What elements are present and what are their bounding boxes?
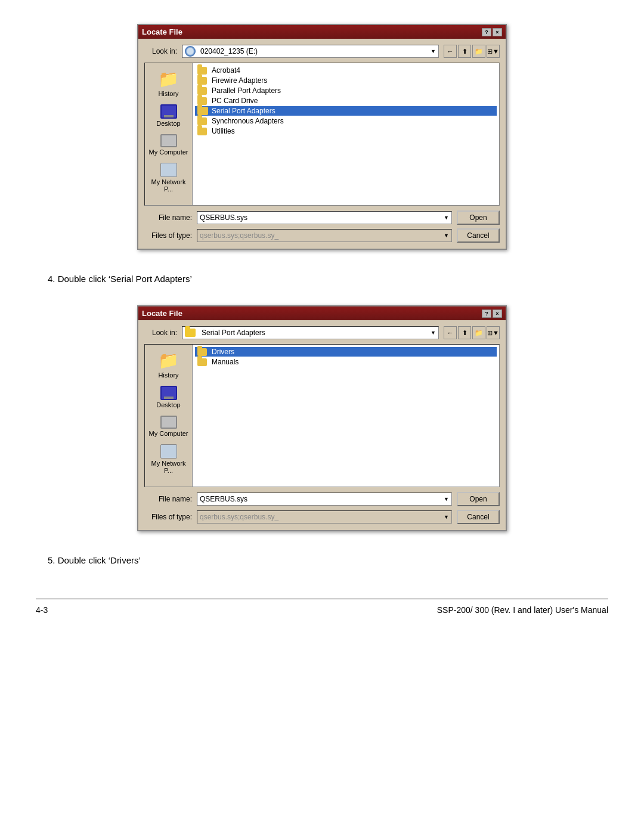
look-in-dropdown-arrow2: ▼ xyxy=(431,330,436,336)
step4-text: 4. Double click ‘Serial Port Adapters’ xyxy=(36,274,192,284)
sidebar2-my-computer[interactable]: My Computer xyxy=(147,414,190,438)
dialog2-filename-value: QSERBUS.sys xyxy=(200,495,247,503)
dialog1-filetype-input[interactable]: qserbus.sys;qserbus.sy_ ▼ xyxy=(197,229,452,242)
dialog2-main-area: 📁 History Desktop My Computer My Network… xyxy=(144,344,500,487)
look-in-dropdown-arrow: ▼ xyxy=(431,48,436,54)
folder-icon-synchronous xyxy=(197,117,207,125)
computer-icon2 xyxy=(160,416,177,429)
folder-icon-acrobat4 xyxy=(197,67,207,75)
dialog1-filename-row: File name: QSERBUS.sys ▼ Open xyxy=(144,210,500,225)
sidebar-history[interactable]: 📁 History xyxy=(147,68,190,98)
folder-icon-parallel xyxy=(197,87,207,95)
file-item-pccard[interactable]: PC Card Drive xyxy=(195,96,497,106)
history-icon: 📁 xyxy=(158,69,179,89)
dialog1-look-in-value: 020402_1235 (E:) xyxy=(200,47,258,55)
dialog2-filetype-row: Files of type: qserbus.sys;qserbus.sy_ ▼… xyxy=(144,510,500,524)
dialog2-cancel-button[interactable]: Cancel xyxy=(457,510,500,524)
dialog1-close-button[interactable]: × xyxy=(493,28,502,36)
file-item-pccard-label: PC Card Drive xyxy=(212,97,258,105)
file-item-manuals-label: Manuals xyxy=(212,358,239,366)
folder-icon-drivers xyxy=(197,348,207,356)
dialog2-titlebar: Locate File ? × xyxy=(138,306,506,320)
dialog1-body: Look in: 020402_1235 (E:) ▼ ← ⬆ 📁 ⊞▼ xyxy=(138,39,506,249)
dialog1-title: Locate File xyxy=(142,27,182,36)
dialog1-cancel-button[interactable]: Cancel xyxy=(457,228,500,243)
dialog1-filename-input[interactable]: QSERBUS.sys ▼ xyxy=(197,211,452,224)
file-item-parallel-label: Parallel Port Adapters xyxy=(212,86,281,95)
filename2-dropdown-arrow: ▼ xyxy=(444,496,449,502)
dialog2-titlebar-buttons: ? × xyxy=(482,309,502,318)
file-item-utilities[interactable]: Utilities xyxy=(195,126,497,136)
back-button2[interactable]: ← xyxy=(444,326,457,339)
computer-icon xyxy=(160,134,177,147)
dialog2-toolbar: ← ⬆ 📁 ⊞▼ xyxy=(444,326,500,339)
file-item-parallel[interactable]: Parallel Port Adapters xyxy=(195,86,497,95)
dialog1-filetype-label: Files of type: xyxy=(144,231,192,240)
sidebar2-network-label: My Network P... xyxy=(148,460,189,474)
sidebar-computer-label: My Computer xyxy=(148,148,188,156)
dialog2-look-in-select[interactable]: Serial Port Adapters ▼ xyxy=(182,326,439,339)
page-footer: 4-3 SSP-200/ 300 (Rev. I and later) User… xyxy=(36,599,608,615)
dialog2-sidebar: 📁 History Desktop My Computer My Network… xyxy=(145,345,193,487)
folder-icon-serial xyxy=(197,107,208,115)
dialog2-look-in-row: Look in: Serial Port Adapters ▼ ← ⬆ 📁 ⊞▼ xyxy=(144,326,500,339)
sidebar2-computer-label: My Computer xyxy=(148,430,188,437)
file-item-serial-label: Serial Port Adapters xyxy=(212,107,275,115)
desktop-icon2 xyxy=(160,386,177,400)
file-item-synchronous[interactable]: Synchronous Adapters xyxy=(195,116,497,126)
file-item-manuals[interactable]: Manuals xyxy=(195,357,497,367)
sidebar-network[interactable]: My Network P... xyxy=(147,162,190,194)
dialog2-close-button[interactable]: × xyxy=(493,309,502,318)
disk-drive-icon xyxy=(185,46,196,57)
file-item-acrobat4[interactable]: Acrobat4 xyxy=(195,66,497,75)
up-folder-button[interactable]: ⬆ xyxy=(458,45,471,58)
folder-icon-pccard xyxy=(197,97,207,105)
dialog1-look-in-select[interactable]: 020402_1235 (E:) ▼ xyxy=(182,45,439,58)
dialog1-sidebar: 📁 History Desktop My Computer My Network… xyxy=(145,63,193,205)
dialog1-filetype-row: Files of type: qserbus.sys;qserbus.sy_ ▼… xyxy=(144,228,500,243)
dialog1-main-area: 📁 History Desktop My Computer My Network… xyxy=(144,63,500,206)
sidebar2-desktop-label: Desktop xyxy=(156,401,180,408)
step5-text: 5. Double click ‘Drivers’ xyxy=(36,555,141,565)
new-folder-button2[interactable]: 📁 xyxy=(472,326,485,339)
sidebar2-desktop[interactable]: Desktop xyxy=(147,385,190,410)
history-icon2: 📁 xyxy=(158,351,179,370)
dialog2-filetype-label: Files of type: xyxy=(144,513,192,521)
dialog2-filename-input[interactable]: QSERBUS.sys ▼ xyxy=(197,493,452,506)
sidebar2-network[interactable]: My Network P... xyxy=(147,443,190,475)
file-item-utilities-label: Utilities xyxy=(212,127,235,135)
dialog1-toolbar: ← ⬆ 📁 ⊞▼ xyxy=(444,45,500,58)
dialog2-help-button[interactable]: ? xyxy=(482,309,491,318)
dialog2-open-button[interactable]: Open xyxy=(457,492,500,506)
folder-icon-utilities xyxy=(197,128,207,135)
up-folder-button2[interactable]: ⬆ xyxy=(458,326,471,339)
dialog2: Locate File ? × Look in: Serial Port Ada… xyxy=(137,305,507,531)
sidebar-desktop[interactable]: Desktop xyxy=(147,103,190,128)
back-button[interactable]: ← xyxy=(444,45,457,58)
open-folder-icon xyxy=(185,329,196,337)
sidebar-network-label: My Network P... xyxy=(148,178,189,193)
dialog2-filename-row: File name: QSERBUS.sys ▼ Open xyxy=(144,492,500,506)
folder-icon-manuals xyxy=(197,358,207,366)
sidebar2-history-label: History xyxy=(158,371,178,379)
file-item-serial[interactable]: Serial Port Adapters xyxy=(195,106,497,116)
footer-manual-title: SSP-200/ 300 (Rev. I and later) User's M… xyxy=(437,605,608,615)
dialog1-look-in-row: Look in: 020402_1235 (E:) ▼ ← ⬆ 📁 ⊞▼ xyxy=(144,45,500,58)
file-item-acrobat4-label: Acrobat4 xyxy=(212,66,240,75)
dialog1: Locate File ? × Look in: 020402_1235 (E:… xyxy=(137,24,507,250)
sidebar2-history[interactable]: 📁 History xyxy=(147,349,190,380)
new-folder-button[interactable]: 📁 xyxy=(472,45,485,58)
filetype2-dropdown-arrow: ▼ xyxy=(444,514,449,520)
dialog1-open-button[interactable]: Open xyxy=(457,210,500,225)
sidebar-my-computer[interactable]: My Computer xyxy=(147,133,190,157)
file-item-firewire[interactable]: Firewire Adapters xyxy=(195,76,497,85)
filetype-dropdown-arrow: ▼ xyxy=(444,233,449,239)
view-menu-button2[interactable]: ⊞▼ xyxy=(487,326,500,339)
view-menu-button[interactable]: ⊞▼ xyxy=(487,45,500,58)
dialog1-help-button[interactable]: ? xyxy=(482,28,491,36)
file-item-drivers[interactable]: Drivers xyxy=(195,347,497,357)
dialog2-file-list: Drivers Manuals xyxy=(193,345,499,487)
dialog2-filetype-input[interactable]: qserbus.sys;qserbus.sy_ ▼ xyxy=(197,510,452,524)
dialog2-body: Look in: Serial Port Adapters ▼ ← ⬆ 📁 ⊞▼ xyxy=(138,320,506,530)
folder-icon-firewire xyxy=(197,77,207,85)
